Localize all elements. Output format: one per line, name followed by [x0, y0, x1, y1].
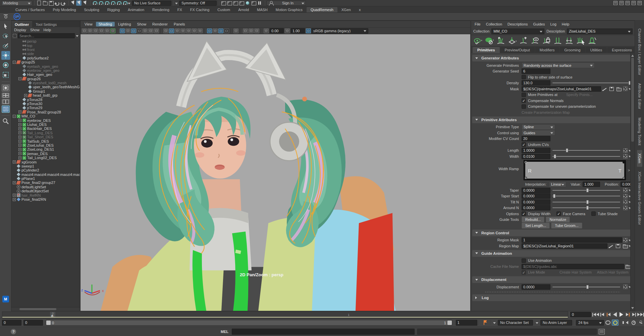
- wireframe-icon[interactable]: [163, 29, 168, 33]
- load-map-folder-icon[interactable]: [616, 87, 621, 91]
- xgen-parallel-guides-icon[interactable]: [553, 37, 562, 45]
- tube-groom-button[interactable]: Tube Groom...: [551, 223, 582, 229]
- render-frame-icon[interactable]: [221, 0, 226, 6]
- slider-handle[interactable]: [553, 194, 555, 198]
- rotate-tool[interactable]: [1, 61, 10, 69]
- chevron-down-icon[interactable]: [175, 3, 178, 6]
- exposure-field[interactable]: 0.00: [270, 28, 284, 33]
- workspace-attribute-icon[interactable]: [631, 0, 636, 6]
- outliner-item[interactable]: uper_teeth_geoTeethMeshGrpH: [11, 85, 80, 89]
- specify-points-button[interactable]: Specify Points...: [564, 92, 595, 97]
- texture-map-icon[interactable]: [623, 285, 628, 289]
- mel-label[interactable]: MEL: [217, 330, 232, 334]
- grid-icon[interactable]: [120, 29, 125, 33]
- make-live-icon[interactable]: [122, 0, 127, 6]
- set-length-button[interactable]: Set Length...: [522, 223, 550, 229]
- slider-handle[interactable]: [586, 188, 589, 192]
- outliner-tab[interactable]: Outliner: [11, 21, 32, 27]
- width-ramp-widget[interactable]: R T: [524, 160, 626, 180]
- workspace-channels-icon[interactable]: [625, 0, 630, 6]
- expander-icon[interactable]: +: [18, 152, 21, 155]
- outliner-item[interactable]: pTorus29: [11, 106, 80, 110]
- outliner-item[interactable]: Hair_xgen_geo: [11, 73, 80, 77]
- expander-icon[interactable]: +: [18, 110, 21, 113]
- redo-icon[interactable]: [60, 0, 66, 6]
- character-set-selector[interactable]: No Character Set: [498, 320, 533, 326]
- outliner-item[interactable]: − group25: [11, 60, 80, 64]
- ramp-point[interactable]: [525, 161, 527, 163]
- length-field[interactable]: [522, 148, 550, 153]
- step-back-frame-button[interactable]: [599, 311, 605, 318]
- load-map-folder-icon[interactable]: [623, 244, 628, 248]
- xgen-guide-visibility-icon[interactable]: [530, 37, 539, 45]
- anti-aliasing-icon[interactable]: [218, 29, 223, 33]
- interpolation-dropdown[interactable]: Linear: [549, 182, 566, 187]
- mute-audio-icon[interactable]: [624, 321, 628, 324]
- command-input[interactable]: [232, 329, 415, 335]
- play-backwards-button[interactable]: [612, 311, 618, 318]
- texture-map-icon[interactable]: [623, 148, 628, 153]
- evaluation-mode-icon[interactable]: [638, 321, 643, 325]
- step-back-key-button[interactable]: [605, 311, 612, 318]
- scale-tool[interactable]: [1, 70, 10, 79]
- xray-joints-icon[interactable]: [249, 29, 254, 33]
- outliner-item[interactable]: maozi4:maozi4:maozi4:maozi4:maozi4: [11, 173, 80, 177]
- quadremesh-shelf-button[interactable]: QR: [13, 13, 20, 20]
- workspace-layers-icon[interactable]: [637, 0, 642, 6]
- outliner-item[interactable]: + Pose_final2RN: [11, 197, 80, 201]
- xgen-menu-item[interactable]: Collection: [486, 22, 502, 26]
- width-slider[interactable]: [552, 154, 620, 159]
- paint-map-icon[interactable]: [608, 244, 613, 248]
- chevron-down-icon[interactable]: [128, 3, 130, 6]
- shelf-tab[interactable]: Poly Modeling: [49, 7, 80, 12]
- xgen-preview-refresh-icon[interactable]: [485, 37, 494, 45]
- range-slider[interactable]: 0 1: [46, 320, 452, 326]
- taper-start-slider[interactable]: [552, 194, 620, 198]
- xgen-add-guide-icon[interactable]: [519, 37, 528, 45]
- region-map-field[interactable]: [522, 243, 607, 249]
- textured-icon[interactable]: [175, 29, 180, 33]
- outliner-item[interactable]: + Tail_Long_DES: [11, 131, 80, 135]
- xgen-tab[interactable]: Utilities: [586, 47, 607, 53]
- expander-icon[interactable]: +: [18, 123, 21, 126]
- texture-map-icon[interactable]: [623, 200, 628, 204]
- outliner-item[interactable]: persp: [11, 39, 80, 43]
- scrollbar-thumb[interactable]: [631, 58, 634, 142]
- shelf-tab[interactable]: Animation: [124, 7, 148, 12]
- outliner-item[interactable]: side: [11, 52, 80, 56]
- scroll-down-icon[interactable]: [631, 307, 634, 310]
- uniform-cvs-checkbox[interactable]: [522, 142, 526, 147]
- color-space-dropdown[interactable]: sRGB gamma (legacy): [311, 28, 368, 34]
- time-slider[interactable]: 0 0 1: [2, 311, 568, 318]
- compensate-uneven-checkbox[interactable]: [522, 104, 526, 109]
- ramp-point[interactable]: [623, 161, 625, 163]
- step-forward-frame-button[interactable]: [631, 311, 637, 318]
- ramp-point[interactable]: [623, 177, 625, 179]
- outliner-menu-item[interactable]: Show: [30, 28, 40, 32]
- rebuild-button[interactable]: Rebuild...: [522, 217, 544, 223]
- xgen-preview-toggle-icon[interactable]: [473, 37, 482, 45]
- around-n-slider[interactable]: [552, 205, 620, 210]
- view-transform-icon[interactable]: [306, 29, 311, 33]
- mask-field[interactable]: [522, 86, 601, 92]
- sidebar-vertical-tab[interactable]: Modeling Toolkit: [637, 114, 642, 149]
- xgen-tab[interactable]: Primitives: [473, 47, 500, 53]
- play-forwards-button[interactable]: [618, 311, 625, 318]
- density-slider[interactable]: [552, 81, 629, 85]
- xgen-tab[interactable]: Expressions: [607, 47, 637, 53]
- outliner-item[interactable]: top: [11, 43, 80, 47]
- shelf-tab[interactable]: Rendering: [148, 7, 173, 12]
- hypershade-icon[interactable]: [239, 0, 244, 6]
- viewport-menu-item[interactable]: Lighting: [115, 22, 134, 27]
- gate-mask-icon[interactable]: [137, 29, 142, 33]
- range-start-handle[interactable]: [46, 321, 51, 325]
- generator-seed-field[interactable]: [522, 68, 550, 74]
- xgen-menu-item[interactable]: Help: [562, 22, 570, 26]
- ramp-point[interactable]: [525, 177, 527, 179]
- compensate-normals-checkbox[interactable]: [522, 98, 526, 103]
- section-generator-attributes[interactable]: Generator Attributes: [472, 55, 633, 61]
- expander-icon[interactable]: +: [13, 198, 16, 201]
- gamma-field[interactable]: 1.00: [291, 28, 305, 33]
- shelf-menu-icon[interactable]: [4, 14, 8, 15]
- live-mode-checkbox[interactable]: [522, 270, 526, 275]
